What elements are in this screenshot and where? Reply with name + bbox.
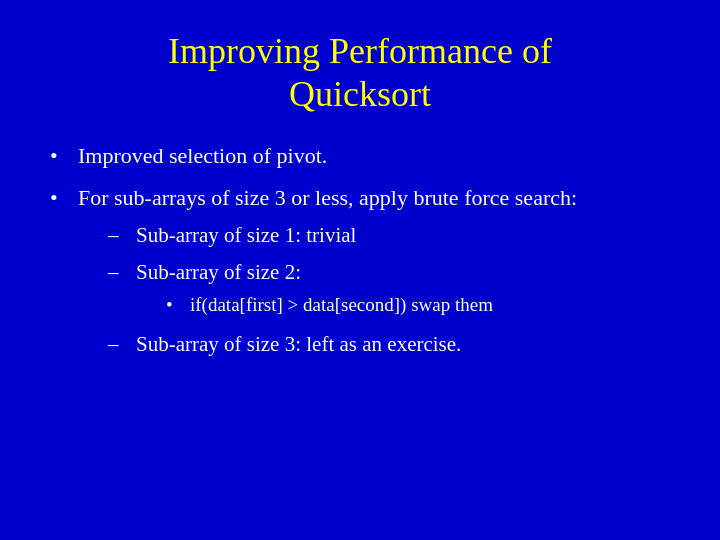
sub-item-2: – Sub-array of size 2: • if(data[first] … [108,257,670,323]
sub-item-3: – Sub-array of size 3: left as an exerci… [108,329,670,359]
bullet-text-1: Improved selection of pivot. [78,140,670,172]
bullet-text-2: For sub-arrays of size 3 or less, apply … [78,182,670,365]
sub-dash-2: – [108,257,130,287]
sub-item-1-text: Sub-array of size 1: trivial [136,220,356,250]
sub-sub-item-1: • if(data[first] > data[second]) swap th… [166,291,493,319]
bullet-item-1: • Improved selection of pivot. [50,140,670,172]
bullet-dot-2: • [50,182,70,214]
sub-item-2-text: Sub-array of size 2: [136,260,301,284]
sub-item-1: – Sub-array of size 1: trivial [108,220,670,250]
sub-sub-dot-1: • [166,291,184,319]
bullet-dot-1: • [50,140,70,172]
slide: Improving Performance of Quicksort • Imp… [0,0,720,540]
title-line2: Quicksort [289,74,431,114]
sub-item-3-text: Sub-array of size 3: left as an exercise… [136,329,461,359]
sub-items: – Sub-array of size 1: trivial – Sub-arr… [108,220,670,359]
slide-title: Improving Performance of Quicksort [50,30,670,116]
slide-content: • Improved selection of pivot. • For sub… [50,140,670,375]
bullet-item-2: • For sub-arrays of size 3 or less, appl… [50,182,670,365]
bullet-2-label: For sub-arrays of size 3 or less, apply … [78,185,577,210]
title-line1: Improving Performance of [168,31,552,71]
sub-sub-item-1-text: if(data[first] > data[second]) swap them [190,291,493,319]
sub-sub-items: • if(data[first] > data[second]) swap th… [166,291,493,319]
sub-dash-3: – [108,329,130,359]
sub-item-2-content: Sub-array of size 2: • if(data[first] > … [136,257,493,323]
sub-dash-1: – [108,220,130,250]
